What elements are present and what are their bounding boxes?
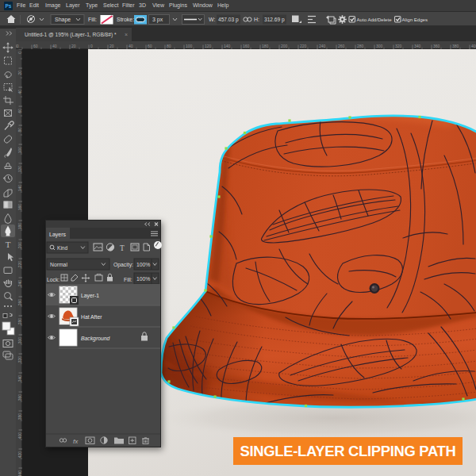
svg-text:W:: W: <box>209 17 215 22</box>
svg-text:320: 320 <box>395 44 402 48</box>
svg-text:120: 120 <box>205 44 212 48</box>
svg-text:60: 60 <box>33 44 38 48</box>
svg-text:300: 300 <box>17 337 22 344</box>
svg-text:140: 140 <box>17 185 22 192</box>
svg-text:220: 220 <box>17 261 22 268</box>
svg-text:20: 20 <box>71 44 76 48</box>
svg-text:Background: Background <box>81 336 109 342</box>
svg-text:Kind: Kind <box>57 245 68 251</box>
svg-text:380: 380 <box>17 413 22 420</box>
svg-text:360: 360 <box>433 44 440 48</box>
svg-text:400: 400 <box>17 432 22 440</box>
svg-text:260: 260 <box>17 299 22 306</box>
svg-text:Lock:: Lock: <box>47 277 60 282</box>
svg-text:240: 240 <box>17 280 22 287</box>
svg-text:160: 160 <box>243 44 250 48</box>
svg-text:340: 340 <box>414 44 421 48</box>
svg-text:312.69 p: 312.69 p <box>264 17 285 23</box>
svg-text:Fill:: Fill: <box>88 17 97 22</box>
svg-text:420: 420 <box>17 451 22 459</box>
svg-text:100: 100 <box>186 44 193 48</box>
svg-text:120: 120 <box>17 166 22 173</box>
svg-text:457.03 p: 457.03 p <box>218 17 239 23</box>
svg-text:3 px: 3 px <box>152 17 163 23</box>
svg-text:Shape: Shape <box>55 17 71 23</box>
svg-text:40: 40 <box>17 90 22 94</box>
svg-text:220: 220 <box>300 44 307 48</box>
svg-text:Fill:: Fill: <box>124 277 132 282</box>
svg-text:40: 40 <box>52 44 57 48</box>
svg-text:Stroke:: Stroke: <box>117 17 134 22</box>
svg-text:400: 400 <box>471 44 476 48</box>
svg-text:320: 320 <box>17 356 22 363</box>
svg-text:T: T <box>6 240 11 249</box>
svg-text:Layer-1: Layer-1 <box>81 293 99 299</box>
svg-text:140: 140 <box>224 44 231 48</box>
svg-text:280: 280 <box>357 44 364 48</box>
svg-text:80: 80 <box>17 128 22 132</box>
svg-text:80: 80 <box>16 44 19 48</box>
svg-text:100: 100 <box>17 147 22 154</box>
svg-text:100%: 100% <box>136 276 150 282</box>
svg-text:280: 280 <box>17 318 22 325</box>
svg-text:60: 60 <box>17 109 22 113</box>
svg-text:Align Edges: Align Edges <box>402 17 428 22</box>
svg-text:160: 160 <box>17 204 22 211</box>
svg-text:0: 0 <box>90 44 93 48</box>
svg-text:340: 340 <box>17 375 22 382</box>
svg-text:fx: fx <box>73 438 79 445</box>
svg-text:Layers: Layers <box>49 232 67 238</box>
svg-text:100%: 100% <box>136 262 150 267</box>
svg-text:Normal: Normal <box>50 262 67 267</box>
svg-text:H:: H: <box>254 17 259 22</box>
svg-text:260: 260 <box>338 44 345 48</box>
svg-text:240: 240 <box>319 44 326 48</box>
svg-text:T: T <box>120 244 125 252</box>
svg-text:380: 380 <box>452 44 459 48</box>
svg-text:440: 440 <box>17 470 22 476</box>
svg-text:Auto Add/Delete: Auto Add/Delete <box>357 17 393 22</box>
svg-text:200: 200 <box>281 44 288 48</box>
svg-text:300: 300 <box>376 44 383 48</box>
svg-text:0: 0 <box>17 52 22 54</box>
svg-text:60: 60 <box>148 44 152 48</box>
svg-text:Opacity:: Opacity: <box>113 262 133 268</box>
svg-text:20: 20 <box>109 44 114 48</box>
svg-text:180: 180 <box>17 223 22 230</box>
svg-text:180: 180 <box>262 44 269 48</box>
svg-text:80: 80 <box>167 44 171 48</box>
svg-text:200: 200 <box>17 242 22 249</box>
svg-text:360: 360 <box>17 394 22 401</box>
svg-text:20: 20 <box>17 71 22 75</box>
svg-text:40: 40 <box>129 44 133 48</box>
svg-text:Hat After: Hat After <box>81 314 102 320</box>
